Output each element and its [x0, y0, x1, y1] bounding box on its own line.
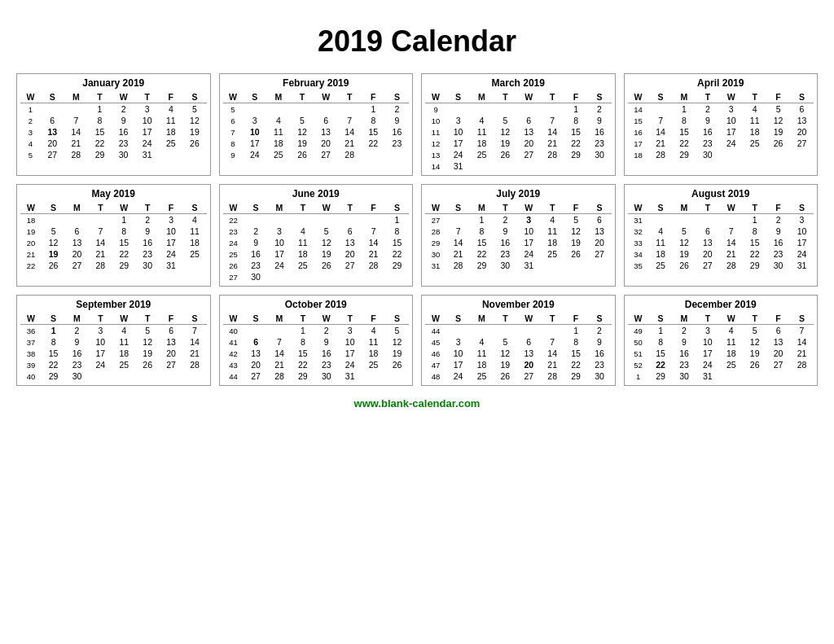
- day-cell: 10: [243, 126, 266, 138]
- cal-table-8: WSMTWTFS31123324567891033111213141516173…: [628, 202, 814, 271]
- day-cell: 28: [89, 260, 112, 271]
- col-header: T: [89, 313, 112, 325]
- day-cell: 22: [291, 359, 314, 370]
- week-number: 8: [223, 138, 244, 149]
- day-cell: 30: [588, 149, 612, 160]
- day-cell: 21: [446, 248, 470, 260]
- week-number: 17: [628, 138, 649, 149]
- day-cell: 28: [541, 370, 564, 382]
- day-cell: 17: [446, 359, 470, 370]
- day-cell: [243, 103, 266, 116]
- week-number: 10: [425, 115, 446, 126]
- day-cell: [517, 103, 541, 116]
- day-cell: 2: [494, 214, 517, 226]
- col-header: T: [696, 313, 719, 325]
- col-header: S: [446, 202, 470, 214]
- cal-table-1: WSMTWTFS11234526789101112313141516171819…: [20, 91, 207, 160]
- day-cell: 21: [183, 348, 207, 359]
- col-header: T: [696, 202, 719, 214]
- day-cell: 27: [41, 149, 64, 160]
- day-cell: 12: [494, 126, 517, 138]
- day-cell: 10: [268, 237, 292, 248]
- week-number: 30: [425, 248, 446, 260]
- day-cell: 3: [243, 115, 266, 126]
- day-cell: 19: [136, 348, 160, 359]
- day-cell: 13: [160, 336, 183, 348]
- day-cell: 25: [112, 359, 136, 370]
- day-cell: 7: [338, 115, 362, 126]
- col-header: S: [588, 313, 612, 325]
- day-cell: [314, 103, 338, 116]
- day-cell: 20: [65, 248, 89, 260]
- day-cell: 26: [314, 260, 338, 271]
- col-header: T: [136, 313, 160, 325]
- day-cell: [65, 214, 89, 226]
- day-cell: 17: [160, 237, 183, 248]
- col-header: F: [362, 202, 385, 214]
- col-header: S: [790, 313, 814, 325]
- day-cell: [362, 370, 385, 382]
- week-number: 44: [425, 325, 446, 337]
- day-cell: 4: [649, 226, 673, 237]
- cal-table-3: WSMTWTFS91210345678911101112131415161217…: [425, 91, 612, 172]
- day-cell: 24: [243, 149, 266, 160]
- day-cell: 24: [135, 138, 159, 149]
- day-cell: 24: [446, 149, 470, 160]
- week-number: 22: [223, 214, 244, 226]
- day-cell: [696, 214, 719, 226]
- week-number: 6: [223, 115, 244, 126]
- day-cell: [743, 149, 766, 160]
- day-cell: 27: [696, 260, 719, 271]
- day-cell: 3: [790, 214, 814, 226]
- day-cell: 11: [362, 336, 385, 348]
- day-cell: 2: [696, 103, 719, 116]
- day-cell: 20: [766, 348, 790, 359]
- day-cell: 13: [766, 336, 790, 348]
- day-cell: 29: [470, 260, 494, 271]
- day-cell: 24: [446, 370, 470, 382]
- day-cell: [446, 325, 470, 337]
- day-cell: 27: [517, 149, 541, 160]
- day-cell: 25: [470, 149, 494, 160]
- day-cell: 20: [696, 248, 719, 260]
- day-cell: 2: [65, 325, 89, 337]
- day-cell: 24: [338, 359, 362, 370]
- week-number: 48: [425, 370, 446, 382]
- day-cell: 30: [65, 370, 89, 382]
- month-title-4: April 2019: [628, 77, 814, 89]
- day-cell: 28: [362, 260, 385, 271]
- col-header: S: [385, 91, 409, 103]
- day-cell: [541, 260, 564, 271]
- day-cell: 7: [790, 325, 814, 337]
- day-cell: 26: [385, 359, 409, 370]
- day-cell: [766, 149, 790, 160]
- day-cell: [183, 260, 207, 271]
- day-cell: 10: [89, 336, 112, 348]
- day-cell: 9: [588, 115, 612, 126]
- month-2: February 2019WSMTWTFS5126345678971011121…: [219, 73, 414, 176]
- day-cell: 23: [244, 260, 268, 271]
- week-number: 21: [20, 248, 42, 260]
- day-cell: 31: [338, 370, 362, 382]
- day-cell: [470, 325, 494, 337]
- day-cell: 13: [338, 237, 362, 248]
- col-header: M: [64, 91, 88, 103]
- day-cell: 25: [362, 359, 385, 370]
- month-title-7: July 2019: [425, 188, 612, 199]
- day-cell: 22: [42, 359, 65, 370]
- week-number: 28: [425, 226, 446, 237]
- col-header: T: [291, 313, 314, 325]
- week-number: 34: [628, 248, 649, 260]
- day-cell: [541, 160, 564, 172]
- week-number: 2: [20, 115, 41, 126]
- col-header: S: [446, 313, 470, 325]
- day-cell: 26: [494, 149, 517, 160]
- day-cell: 19: [314, 248, 338, 260]
- day-cell: 29: [385, 260, 409, 271]
- day-cell: 24: [160, 248, 183, 260]
- col-header: S: [244, 202, 268, 214]
- day-cell: [719, 149, 743, 160]
- day-cell: 9: [65, 336, 89, 348]
- day-cell: 10: [338, 336, 362, 348]
- week-number: 50: [628, 336, 649, 348]
